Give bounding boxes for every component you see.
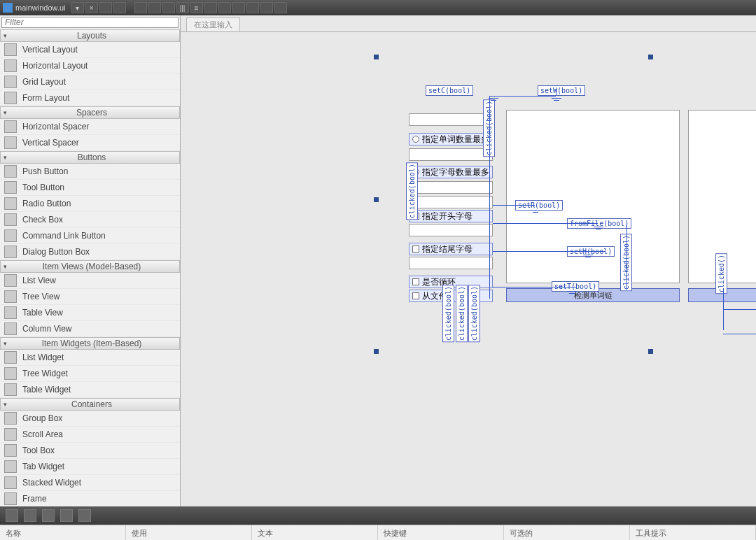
- widget-item[interactable]: List Widget: [0, 350, 180, 366]
- close-button[interactable]: ×: [85, 2, 98, 13]
- widget-item[interactable]: Scroll Area: [0, 427, 180, 443]
- category-header[interactable]: ▾Item Widgets (Item-Based): [0, 337, 180, 350]
- ground-icon: [552, 98, 561, 105]
- widget-item-label: Tool Button: [22, 183, 64, 192]
- widget-item[interactable]: List View: [0, 273, 180, 289]
- new-action-icon[interactable]: [6, 509, 18, 522]
- line-edit-2[interactable]: [409, 148, 493, 161]
- copy-action-icon[interactable]: [24, 509, 36, 522]
- widget-icon: [4, 383, 17, 396]
- widget-item[interactable]: Vertical Spacer: [0, 135, 180, 151]
- break-layout-icon[interactable]: [260, 2, 273, 13]
- design-canvas[interactable]: 在这里输入 指定单词数量最多 指定字母数量最多 指定开头字母 指定结尾字母 是否…: [181, 15, 756, 506]
- line-edit-3[interactable]: [409, 181, 493, 194]
- tab-placeholder[interactable]: 在这里输入: [186, 17, 240, 31]
- tool-button-2[interactable]: [113, 2, 126, 13]
- category-header[interactable]: ▾Layouts: [0, 29, 180, 42]
- check-tail-letter[interactable]: 指定结尾字母: [409, 243, 493, 255]
- paste-action-icon[interactable]: [42, 509, 55, 522]
- selection-handle[interactable]: [374, 349, 379, 354]
- filter-input[interactable]: [1, 17, 178, 28]
- widget-item[interactable]: Table View: [0, 305, 180, 321]
- widget-item-label: Tree Widget: [22, 369, 68, 378]
- selection-handle[interactable]: [648, 349, 653, 354]
- selection-handle[interactable]: [648, 55, 653, 59]
- col-checkable[interactable]: 可选的: [504, 525, 630, 540]
- widget-item[interactable]: Frame: [0, 491, 180, 506]
- col-shortcut[interactable]: 快捷键: [378, 525, 504, 540]
- radio-letter-count[interactable]: 指定字母数量最多: [409, 166, 493, 178]
- layout-v-icon[interactable]: ≡: [190, 2, 203, 13]
- widget-item[interactable]: Dialog Button Box: [0, 244, 180, 260]
- tool-button-1[interactable]: [99, 2, 112, 13]
- widget-icon: [4, 229, 17, 242]
- layout-grid-icon[interactable]: [232, 2, 245, 13]
- col-name[interactable]: 名称: [0, 525, 126, 540]
- widget-item[interactable]: Tool Button: [0, 180, 180, 196]
- line-edit-1[interactable]: [409, 113, 493, 126]
- align-left-icon[interactable]: [134, 2, 147, 13]
- line-edit-5[interactable]: [409, 224, 493, 236]
- widget-item[interactable]: Tree View: [0, 289, 180, 305]
- category-header[interactable]: ▾Containers: [0, 398, 180, 411]
- category-label: Layouts: [7, 31, 176, 41]
- signal-clicked-bool-4: clicked(bool): [456, 285, 468, 342]
- widget-item[interactable]: Column View: [0, 321, 180, 337]
- widget-item-label: Tab Widget: [22, 462, 64, 471]
- text-edit-left[interactable]: [506, 110, 680, 283]
- layout-split-v-icon[interactable]: [218, 2, 231, 13]
- widget-icon: [4, 213, 17, 226]
- widget-item[interactable]: Tree Widget: [0, 366, 180, 382]
- widget-item[interactable]: Form Layout: [0, 90, 180, 106]
- widget-item[interactable]: Horizontal Layout: [0, 58, 180, 74]
- adjust-size-icon[interactable]: [274, 2, 287, 13]
- align-center-icon[interactable]: [148, 2, 161, 13]
- selection-handle[interactable]: [374, 197, 379, 202]
- ground-icon: [583, 255, 593, 262]
- col-tooltip[interactable]: 工具提示: [630, 525, 756, 540]
- wire: [556, 89, 556, 96]
- widget-item[interactable]: Check Box: [0, 212, 180, 228]
- widget-item[interactable]: Grid Layout: [0, 74, 180, 90]
- check-label: 指定开头字母: [422, 211, 472, 222]
- align-right-icon[interactable]: [162, 2, 175, 13]
- category-header[interactable]: ▾Buttons: [0, 151, 180, 164]
- radio-word-count[interactable]: 指定单词数量最多: [409, 133, 493, 145]
- layout-form-icon[interactable]: [246, 2, 259, 13]
- widget-item-label: Tree View: [22, 292, 59, 301]
- widget-item[interactable]: Horizontal Spacer: [0, 119, 180, 135]
- widget-item[interactable]: Table Widget: [0, 382, 180, 398]
- category-header[interactable]: ▾Item Views (Model-Based): [0, 260, 180, 273]
- widget-item[interactable]: Command Link Button: [0, 228, 180, 244]
- radio-label: 指定字母数量最多: [422, 166, 489, 178]
- dropdown-button[interactable]: ▾: [71, 2, 84, 13]
- widget-item-label: Group Box: [22, 413, 62, 423]
- line-edit-6[interactable]: [409, 257, 493, 269]
- widget-icon: [4, 290, 17, 303]
- check-head-letter[interactable]: 指定开头字母: [409, 210, 493, 222]
- widget-icon: [4, 197, 17, 210]
- config-action-icon[interactable]: [78, 509, 91, 522]
- col-used[interactable]: 使用: [126, 525, 252, 540]
- action-toolbar: [0, 506, 756, 525]
- widget-item[interactable]: Tool Box: [0, 443, 180, 459]
- line-edit-4[interactable]: [409, 196, 493, 208]
- widget-item[interactable]: Stacked Widget: [0, 475, 180, 491]
- wire: [493, 287, 577, 287]
- layout-h-icon[interactable]: |||: [176, 2, 189, 13]
- widget-item[interactable]: Vertical Layout: [0, 42, 180, 58]
- widget-icon: [4, 181, 17, 194]
- widget-item[interactable]: Group Box: [0, 411, 180, 427]
- widget-item[interactable]: Tab Widget: [0, 459, 180, 475]
- wire: [493, 251, 605, 252]
- col-text[interactable]: 文本: [252, 525, 378, 540]
- widget-icon: [4, 76, 17, 88]
- widget-item[interactable]: Radio Button: [0, 196, 180, 212]
- delete-action-icon[interactable]: [60, 509, 73, 522]
- widget-item[interactable]: Push Button: [0, 164, 180, 180]
- selection-handle[interactable]: [374, 55, 379, 59]
- layout-split-h-icon[interactable]: [204, 2, 217, 13]
- wire: [723, 334, 756, 334]
- category-header[interactable]: ▾Spacers: [0, 106, 180, 119]
- widget-item-label: Vertical Spacer: [22, 138, 79, 148]
